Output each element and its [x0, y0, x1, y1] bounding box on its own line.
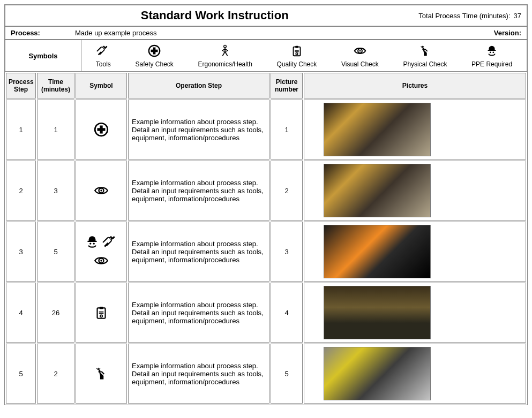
cell-step: 2 [6, 161, 36, 221]
cell-picnum: 4 [271, 283, 303, 343]
cell-time: 5 [37, 222, 74, 282]
process-label: Process: [11, 29, 75, 37]
cell-step: 5 [6, 344, 36, 404]
version-label: Version: [441, 29, 521, 37]
picture-placeholder [324, 225, 431, 278]
picture-placeholder [324, 164, 431, 217]
cell-step: 3 [6, 222, 36, 282]
quality-check-icon [93, 305, 109, 321]
legend-item: Safety Check [136, 43, 174, 68]
legend-item-label: PPE Required [471, 60, 512, 68]
table-row: 23Example information about process step… [6, 161, 526, 221]
cell-symbol [76, 100, 127, 159]
cell-operation: Example information about process step. … [128, 100, 269, 159]
total-time-label: Total Process Time (minutes): [418, 12, 510, 20]
legend-item: Ergonomics/Health [198, 43, 252, 68]
visual-check-icon [353, 43, 368, 58]
col-step: Process Step [6, 73, 36, 98]
title-row: Standard Work Instruction Total Process … [5, 5, 527, 26]
legend-item-label: Physical Check [403, 60, 447, 68]
legend-item: Visual Check [341, 43, 379, 68]
table-row: 52Example information about process step… [6, 344, 526, 404]
process-value: Made up example process [75, 29, 441, 37]
physical-check-icon [417, 43, 432, 58]
safety-check-icon [147, 43, 162, 58]
cell-symbol [76, 283, 127, 343]
table-row: 426Example information about process ste… [6, 283, 526, 343]
cell-time: 2 [37, 344, 74, 404]
col-pics: Pictures [304, 73, 526, 98]
picture-placeholder [324, 286, 431, 339]
cell-time: 3 [37, 161, 74, 221]
quality-check-icon [289, 43, 304, 58]
cell-time: 1 [37, 100, 74, 159]
col-time: Time (minutes) [37, 73, 74, 98]
page-title: Standard Work Instruction [11, 9, 418, 22]
cell-picnum: 3 [271, 222, 303, 282]
cell-symbol [76, 161, 127, 221]
cell-time: 26 [37, 283, 74, 343]
symbol-legend: Symbols ToolsSafety CheckErgonomics/Heal… [5, 40, 527, 72]
legend-item-label: Ergonomics/Health [198, 60, 252, 68]
cell-picnum: 5 [271, 344, 303, 404]
cell-picnum: 1 [271, 100, 303, 159]
legend-item-label: Tools [96, 60, 111, 68]
table-row: 35Example information about process step… [6, 222, 526, 282]
cell-operation: Example information about process step. … [128, 161, 269, 221]
legend-item: Physical Check [403, 43, 447, 68]
legend-heading: Symbols [5, 40, 81, 71]
table-header-row: Process Step Time (minutes) Symbol Opera… [6, 73, 526, 98]
cell-picnum: 2 [271, 161, 303, 221]
cell-step: 4 [6, 283, 36, 343]
legend-item: Tools [96, 43, 111, 68]
picture-placeholder [324, 103, 431, 156]
ergonomics-icon [218, 43, 233, 58]
legend-item: Quality Check [277, 43, 317, 68]
col-picnum: Picture number [271, 73, 303, 98]
safety-check-icon [93, 121, 109, 138]
cell-step: 1 [6, 100, 36, 159]
cell-operation: Example information about process step. … [128, 222, 269, 282]
legend-item-label: Visual Check [341, 60, 379, 68]
cell-picture [304, 222, 526, 282]
table-row: 11Example information about process step… [6, 100, 526, 159]
work-instruction-sheet: Standard Work Instruction Total Process … [4, 4, 528, 405]
col-symbol: Symbol [76, 73, 127, 98]
visual-check-icon [93, 183, 109, 199]
physical-check-icon [93, 366, 109, 382]
cell-symbol [76, 344, 127, 404]
ppe-required-icon [84, 234, 100, 250]
legend-item-label: Quality Check [277, 60, 317, 68]
ppe-required-icon [484, 43, 499, 58]
cell-picture [304, 283, 526, 343]
cell-symbol [76, 222, 127, 282]
visual-check-icon [93, 253, 109, 269]
process-row: Process: Made up example process Version… [5, 26, 527, 40]
cell-operation: Example information about process step. … [128, 344, 269, 404]
col-op: Operation Step [128, 73, 269, 98]
legend-item-label: Safety Check [136, 60, 174, 68]
cell-picture [304, 344, 526, 404]
steps-table: Process Step Time (minutes) Symbol Opera… [5, 72, 527, 405]
total-time: Total Process Time (minutes): 37 [418, 12, 521, 20]
cell-operation: Example information about process step. … [128, 283, 269, 343]
picture-placeholder [324, 347, 431, 400]
legend-item: PPE Required [471, 43, 512, 68]
tools-icon [96, 43, 111, 58]
cell-picture [304, 161, 526, 221]
cell-picture [304, 100, 526, 159]
tools-icon [102, 234, 118, 250]
total-time-value: 37 [514, 12, 521, 20]
